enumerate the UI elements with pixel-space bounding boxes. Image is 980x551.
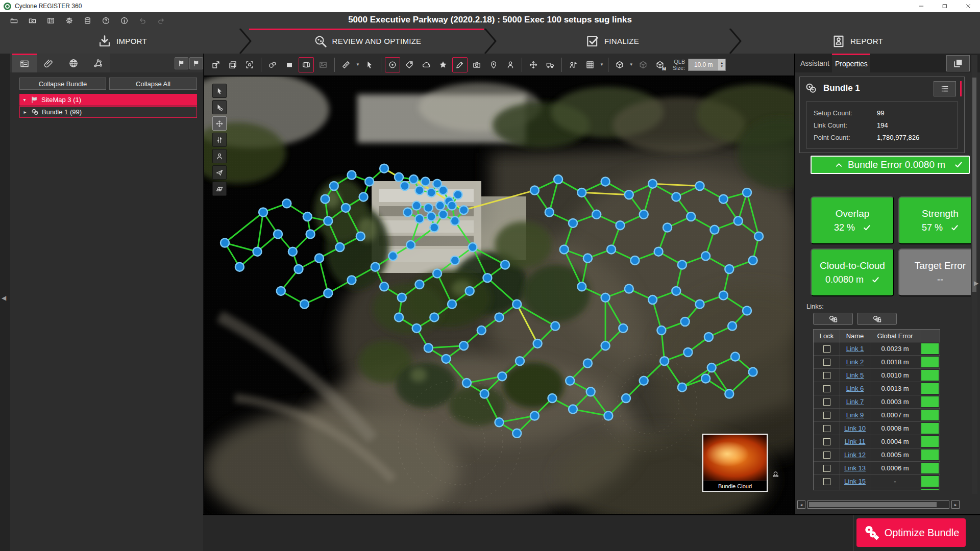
tree-caret-icon[interactable]: ▸	[22, 109, 28, 115]
reference-plane-tool[interactable]	[212, 182, 227, 196]
unlock-all-links-button[interactable]	[857, 313, 897, 325]
point-cloud-viewport[interactable]: Bundle Cloud	[204, 77, 794, 514]
pan-tool[interactable]	[212, 116, 227, 131]
link-name[interactable]: Link 2	[846, 358, 864, 366]
add-cloud[interactable]	[419, 57, 434, 72]
range-slider-tool[interactable]	[212, 133, 227, 147]
panel-layout-button[interactable]	[946, 55, 970, 71]
tile-strength[interactable]: Strength57 %	[898, 196, 971, 244]
lock-checkbox[interactable]	[823, 372, 830, 379]
lock-checkbox[interactable]	[823, 452, 830, 459]
pedestrian-view-tool[interactable]	[212, 149, 227, 163]
plane-icon	[216, 168, 223, 177]
lock-checkbox[interactable]	[823, 438, 830, 445]
collapse-right-panel-button[interactable]: ▶	[974, 280, 978, 287]
tree-item-sitemap-3-1-[interactable]: ▾SiteMap 3 (1)	[19, 94, 197, 106]
lock-checkbox[interactable]	[823, 398, 830, 406]
add-sitemap-button[interactable]	[175, 57, 188, 69]
lock-checkbox[interactable]	[823, 478, 830, 485]
snapshot-camera[interactable]	[469, 57, 484, 72]
link-name[interactable]: Link 5	[846, 371, 864, 379]
lock-checkbox[interactable]	[823, 385, 830, 392]
lock-checkbox[interactable]	[823, 412, 830, 419]
limit-box-manager[interactable]: M	[652, 57, 668, 72]
image-view[interactable]	[315, 57, 331, 72]
minimize-button[interactable]	[910, 0, 933, 12]
measure-mode[interactable]	[338, 57, 354, 72]
setup-positions[interactable]	[265, 57, 280, 72]
tab-assistant[interactable]: Assistant	[797, 54, 832, 72]
tile-target-error[interactable]: Target Error--	[898, 248, 971, 296]
panel-scrollbar-thumb[interactable]	[972, 78, 976, 292]
tab-attachments[interactable]	[37, 54, 61, 72]
scrollbar-thumb[interactable]	[809, 502, 937, 507]
chevron-down-icon[interactable]: ▼	[629, 62, 633, 67]
pick-mode[interactable]	[362, 57, 377, 72]
share-view[interactable]	[208, 57, 224, 72]
qlb-size-spinner[interactable]: 10.0 m▲▼	[688, 59, 726, 71]
lock-checkbox[interactable]	[823, 465, 830, 472]
scroll-left-button[interactable]: ◂	[797, 500, 805, 509]
select-tool[interactable]	[212, 84, 227, 98]
collapse-all-button[interactable]: Collapse All	[109, 78, 197, 90]
link-name[interactable]: Link 12	[844, 451, 866, 459]
workflow-tab-review-and-optimize[interactable]: REVIEW AND OPTIMIZE	[245, 29, 490, 54]
clone-window[interactable]	[225, 57, 240, 72]
tile-cloud-to-cloud[interactable]: Cloud-to-Cloud0.0080 m	[811, 248, 894, 296]
maximize-button[interactable]	[933, 0, 957, 12]
ortho-view[interactable]	[282, 57, 297, 72]
multi-select-tool[interactable]	[212, 100, 227, 114]
limit-box-previous[interactable]	[635, 57, 651, 72]
chevron-down-icon[interactable]: ▼	[356, 62, 360, 67]
tab-sitemaps[interactable]	[86, 54, 110, 72]
collapse-bundle-button[interactable]: Collapse Bundle	[19, 78, 106, 90]
lock-checkbox[interactable]	[823, 359, 830, 366]
panorama-view[interactable]	[299, 57, 314, 72]
vehicle-marker[interactable]	[543, 57, 558, 72]
link-name[interactable]: Link 6	[846, 385, 864, 392]
close-button[interactable]	[957, 0, 980, 12]
link-name[interactable]: Link 10	[844, 424, 866, 432]
bundle-cloud-preview[interactable]: Bundle Cloud	[702, 434, 768, 492]
zoom-to-region[interactable]	[242, 57, 257, 72]
bundle-menu-button[interactable]	[934, 81, 956, 96]
lock-all-links-button[interactable]	[813, 313, 853, 325]
link-name[interactable]: Link 13	[844, 464, 866, 472]
panel-vertical-scrollbar[interactable]	[971, 55, 977, 494]
link-name[interactable]: Link 7	[846, 398, 864, 406]
surveyor-marker[interactable]	[566, 57, 581, 72]
tile-overlap[interactable]: Overlap32 %	[811, 196, 894, 244]
lock-checkbox[interactable]	[823, 425, 830, 432]
tab-properties[interactable]: Properties	[832, 54, 870, 72]
add-tag[interactable]	[402, 57, 417, 72]
bundle-error-banner[interactable]: Bundle Error 0.0080 m	[811, 156, 970, 174]
tab-geo[interactable]	[61, 54, 86, 72]
add-location[interactable]	[486, 57, 501, 72]
tree-item-bundle-1-99-[interactable]: ▸Bundle 1 (99)	[19, 106, 197, 118]
scrollbar-track[interactable]	[807, 500, 949, 509]
limit-box[interactable]	[612, 57, 627, 72]
workflow-tab-report[interactable]: REPORT	[735, 29, 980, 54]
chevron-down-icon[interactable]: ▼	[600, 62, 604, 67]
pedestrian-marker[interactable]	[503, 57, 518, 72]
workflow-tab-finalize[interactable]: FINALIZE	[490, 29, 735, 54]
link-name[interactable]: Link 11	[845, 438, 866, 445]
link-name[interactable]: Link 1	[846, 345, 864, 353]
tree-caret-icon[interactable]: ▾	[21, 97, 28, 103]
optimize-bundle-button[interactable]: Optimize Bundle	[856, 518, 966, 547]
link-name[interactable]: Link 9	[846, 411, 864, 419]
scroll-right-button[interactable]: ▸	[951, 500, 960, 509]
link-name[interactable]: Link 15	[844, 478, 866, 485]
workflow-tab-import[interactable]: IMPORT	[0, 29, 245, 54]
measure-tool[interactable]	[452, 57, 468, 72]
lock-checkbox[interactable]	[823, 345, 830, 353]
collapse-left-panel-button[interactable]: ◀	[2, 294, 6, 302]
add-landmark[interactable]	[435, 57, 451, 72]
fly-navigation-tool[interactable]	[212, 165, 227, 180]
tab-project-tree[interactable]	[12, 54, 37, 72]
grid-options[interactable]	[582, 57, 598, 72]
add-target[interactable]	[385, 57, 400, 72]
add-sitemap-alt-button[interactable]	[189, 57, 203, 69]
move-setup[interactable]	[526, 57, 541, 72]
spinner-arrows-icon[interactable]: ▲▼	[718, 59, 725, 70]
